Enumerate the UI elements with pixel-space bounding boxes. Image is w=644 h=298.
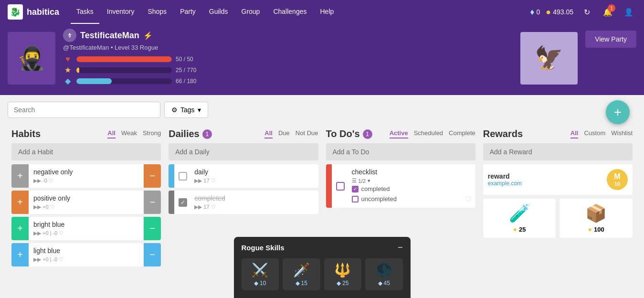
nav-link-help[interactable]: Help — [314, 0, 339, 24]
add-habit-bar[interactable]: Add a Habit — [11, 143, 161, 160]
shop-item[interactable]: 🧪 ● 25 — [483, 199, 556, 238]
hero-avatar: 🥷 — [8, 32, 55, 85]
rewards-title-area: Rewards — [483, 128, 523, 139]
nav-link-inventory[interactable]: Inventory — [101, 0, 140, 24]
nav-logo[interactable]: 🐉 habitica — [8, 4, 59, 20]
nav-link-challenges[interactable]: Challenges — [267, 0, 312, 24]
popup-header: Rogue Skills − — [242, 243, 403, 253]
mp-label: 66 / 180 — [176, 78, 204, 85]
tags-chevron-icon: ▾ — [198, 106, 201, 114]
rewards-tab-custom[interactable]: Custom — [584, 129, 605, 138]
daily-meta: ▶▶ 17 ♡ — [194, 204, 315, 210]
checklist-label: completed — [361, 185, 390, 192]
daily-item: ✓ completed ▶▶ 17 ♡ — [169, 191, 318, 214]
dailies-tabs: All Due Not Due — [264, 129, 318, 138]
habit-name: bright blue — [33, 221, 139, 228]
nav-links: Tasks Inventory Shops Party Guilds Group… — [71, 0, 339, 24]
logo-icon: 🐉 — [8, 4, 23, 20]
shop-item-cost: ● 100 — [588, 225, 604, 233]
checklist-checkbox[interactable] — [352, 196, 359, 202]
daily-item: daily ▶▶ 17 ♡ — [169, 164, 318, 188]
rewards-tab-wishlist[interactable]: Wishlist — [611, 129, 633, 138]
user-menu-button[interactable]: 👤 — [621, 4, 636, 20]
todo-sub[interactable]: ☰ 1/2 ▾ — [352, 178, 458, 184]
habits-title-area: Habits — [11, 128, 41, 139]
daily-checkbox-area — [174, 164, 191, 188]
mana-icon: ◆ — [337, 280, 341, 287]
mana-icon: ◆ — [378, 280, 382, 287]
popup-close-button[interactable]: − — [398, 243, 403, 253]
habit-minus-btn[interactable]: − — [144, 191, 161, 214]
todos-header: To Do's 1 Active Scheduled Complete — [326, 128, 475, 139]
gem-display: ♦ 0 — [530, 7, 540, 17]
habits-tab-strong[interactable]: Strong — [143, 129, 161, 138]
skill-icon-3: 🔱 — [334, 262, 351, 278]
mp-icon: ◆ — [63, 76, 73, 85]
todos-tab-scheduled[interactable]: Scheduled — [414, 129, 443, 138]
hp-icon: ♥ — [63, 55, 73, 64]
daily-checkbox[interactable] — [179, 172, 187, 181]
nav-link-guilds[interactable]: Guilds — [203, 0, 234, 24]
nav-right: ♦ 0 ● 493.05 ↻ 🔔 1 👤 — [530, 4, 636, 20]
habits-header: Habits All Weak Strong — [11, 128, 161, 139]
daily-checkbox[interactable]: ✓ — [179, 198, 187, 207]
todos-tab-active[interactable]: Active — [390, 129, 408, 138]
gold-display: ● 493.05 — [546, 7, 573, 17]
habits-tab-all[interactable]: All — [107, 129, 116, 138]
habit-content: negative only ▶▶ -0 ♡ — [29, 164, 144, 188]
skill-grid: ⚔️ ◆ 10 🗡️ ◆ 15 🔱 ◆ 25 — [242, 258, 403, 290]
nav-link-party[interactable]: Party — [174, 0, 201, 24]
nav-link-group[interactable]: Group — [236, 0, 266, 24]
xp-bar-bg — [76, 67, 172, 73]
mp-bar-fill — [76, 78, 112, 84]
reward-content: reward example.com — [488, 172, 607, 187]
todos-badge: 1 — [363, 129, 372, 139]
checklist-count: 1/2 — [359, 178, 366, 184]
potion-icon: 🧪 — [509, 203, 530, 224]
todo-checkbox[interactable] — [336, 182, 345, 191]
shop-item-cost: ● 25 — [513, 225, 526, 233]
nav-link-tasks[interactable]: Tasks — [71, 0, 99, 24]
add-reward-bar[interactable]: Add a Reward — [483, 143, 633, 160]
reward-link[interactable]: example.com — [488, 180, 607, 187]
search-area: ⚙ Tags ▾ — [0, 95, 644, 125]
habit-plus-btn[interactable]: + — [11, 191, 29, 214]
skill-icon-4: 🌑 — [376, 262, 392, 278]
search-input[interactable] — [8, 102, 160, 118]
refresh-button[interactable]: ↻ — [579, 4, 594, 20]
skill-cost-1: ◆ 10 — [254, 280, 266, 287]
todo-heart: ♡ — [461, 164, 475, 208]
add-task-button[interactable]: + — [606, 100, 630, 124]
reward-item[interactable]: reward example.com M 10 — [483, 164, 633, 195]
chest-icon: 📦 — [585, 203, 607, 224]
checklist-chevron-icon[interactable]: ▾ — [368, 178, 370, 184]
popup-overlay: Rogue Skills − ⚔️ ◆ 10 🗡️ ◆ 15 🔱 — [0, 237, 644, 298]
dailies-tab-notdue[interactable]: Not Due — [296, 129, 318, 138]
habits-tab-weak[interactable]: Weak — [121, 129, 137, 138]
todo-item: checklist ☰ 1/2 ▾ ✓ completed uncomplete… — [326, 164, 475, 208]
daily-checkbox-area: ✓ — [174, 191, 191, 214]
todos-tab-complete[interactable]: Complete — [449, 129, 475, 138]
nav-link-shops[interactable]: Shops — [142, 0, 172, 24]
skill-item[interactable]: 🌑 ◆ 45 — [365, 258, 403, 290]
gem-icon: ♦ — [530, 7, 534, 17]
habit-plus-btn[interactable]: + — [11, 164, 29, 188]
skill-item[interactable]: 🔱 ◆ 25 — [324, 258, 362, 290]
dailies-title: Dailies — [169, 128, 199, 139]
skill-item[interactable]: ⚔️ ◆ 10 — [242, 258, 279, 290]
checklist-checkbox[interactable]: ✓ — [352, 186, 359, 192]
habit-minus-btn[interactable]: − — [144, 164, 161, 188]
hero-name: TestificateMan — [80, 31, 139, 41]
view-party-button[interactable]: View Party — [585, 31, 636, 48]
shop-item[interactable]: 📦 ● 100 — [560, 199, 633, 238]
skill-cost-value: 45 — [384, 280, 390, 287]
add-todo-bar[interactable]: Add a To Do — [326, 143, 475, 160]
dailies-tab-due[interactable]: Due — [278, 129, 290, 138]
notifications-button[interactable]: 🔔 1 — [600, 4, 615, 20]
tags-button[interactable]: ⚙ Tags ▾ — [164, 102, 208, 118]
dailies-tab-all[interactable]: All — [264, 129, 273, 138]
rewards-tab-all[interactable]: All — [570, 129, 579, 138]
habit-stats: ▶▶ +0 ♡ — [33, 204, 139, 210]
skill-item[interactable]: 🗡️ ◆ 15 — [283, 258, 320, 290]
add-daily-bar[interactable]: Add a Daily — [169, 143, 318, 160]
